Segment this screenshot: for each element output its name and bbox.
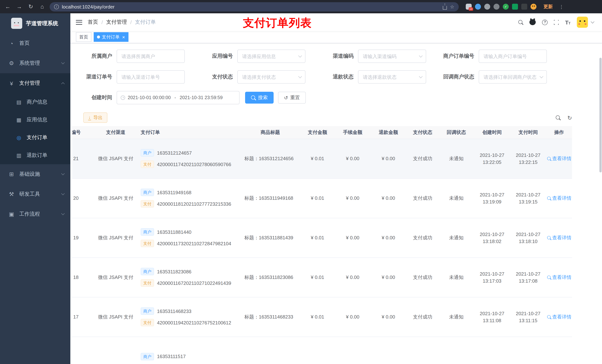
browser-menu-icon[interactable]: ⋮: [559, 4, 564, 10]
logo-avatar: [11, 18, 22, 29]
extension-puzzle-icon[interactable]: [521, 4, 527, 10]
filter-label: 退款状态: [321, 74, 358, 80]
extension-icon[interactable]: [494, 4, 499, 10]
extension-icon[interactable]: [484, 4, 490, 10]
notify-status-select[interactable]: [479, 70, 547, 83]
scrollbar-thumb[interactable]: [599, 58, 602, 172]
close-tab-icon[interactable]: ×: [122, 35, 125, 39]
col-title: 商品标题: [241, 126, 300, 139]
search-icon[interactable]: [518, 20, 523, 25]
pay-order-cell: 商户 1635311823086 支付 42000011672021102710…: [137, 258, 241, 297]
merchant-order-no-input[interactable]: [479, 50, 547, 63]
view-detail-label: 查看详情: [552, 195, 571, 201]
breadcrumb-home[interactable]: 首页: [88, 19, 98, 26]
channel-code-select[interactable]: [358, 50, 426, 63]
breadcrumb-pay[interactable]: 支付管理: [106, 19, 127, 26]
pay-date: 2021-10-27: [510, 151, 546, 158]
view-detail-label: 查看详情: [552, 274, 571, 280]
view-detail-link[interactable]: 查看详情: [546, 258, 572, 297]
extension-icon[interactable]: 10: [466, 4, 472, 10]
address-bar[interactable]: i localhost:1024/pay/order ☆: [50, 2, 459, 11]
sidebar-item-refund-order[interactable]: ▥ 退款订单: [0, 146, 70, 164]
filter-row-3: 创建时间 2021-10-01 00:00:00 - 2021-10-31 23…: [80, 91, 602, 104]
pay-submenu: ¥ 支付管理 ▤ 商户信息 ▦ 应用信息 ◎ 支付订单: [0, 73, 70, 164]
github-icon[interactable]: [530, 19, 536, 25]
sidebar-item-system[interactable]: ⚙ 系统管理: [0, 53, 70, 73]
view-detail-link[interactable]: 查看详情: [546, 218, 572, 258]
pay-time: 2021-10-27 13:22:15: [510, 139, 546, 178]
toggle-search-icon[interactable]: [556, 115, 561, 120]
refund-status-select[interactable]: [358, 70, 426, 83]
reset-button[interactable]: ↺ 重置: [278, 92, 306, 104]
chevron-down-icon: [61, 212, 64, 215]
date-end: 2021-10-31 23:59:59: [180, 95, 223, 100]
url-text[interactable]: localhost:1024/pay/order: [62, 4, 440, 10]
export-button[interactable]: ↓ 导出: [83, 113, 107, 123]
reload-icon[interactable]: ↻: [27, 0, 35, 13]
extension-icon[interactable]: ✓: [503, 4, 509, 10]
pay-clock: 13:11:15: [510, 317, 546, 324]
product-title: 标题：1635311468233: [241, 297, 300, 337]
channel-order-no-input[interactable]: [117, 70, 185, 83]
sidebar-item-pay-order[interactable]: ◎ 支付订单: [0, 129, 70, 146]
forward-icon[interactable]: →: [15, 0, 23, 13]
table-toolbar: ↓ 导出 ↻: [83, 113, 572, 123]
sidebar-item-merchant-info[interactable]: ▤ 商户信息: [0, 93, 70, 111]
monitor-icon: ⊞: [8, 171, 15, 177]
sidebar-item-infra[interactable]: ⊞ 基础设施: [0, 164, 70, 184]
site-info-icon[interactable]: i: [54, 4, 59, 9]
hamburger-icon[interactable]: [76, 22, 82, 22]
create-date: 2021-10-27: [474, 151, 510, 158]
pay-status-select[interactable]: [237, 70, 305, 83]
view-detail-link[interactable]: 查看详情: [546, 178, 572, 218]
refresh-icon[interactable]: ↻: [567, 115, 572, 120]
sidebar-item-pay[interactable]: ¥ 支付管理: [0, 73, 70, 93]
channel-order-line: 支付 4200001167202110271022491439: [141, 279, 241, 287]
scrollbar[interactable]: [599, 58, 602, 364]
search-button[interactable]: 搜索: [245, 92, 274, 104]
fee-amount: ¥ 0.00: [335, 218, 370, 258]
table-header-row: 编号 支付渠道 支付订单 商品标题 支付金额 手续金额 退款金额 支付状态 回调…: [72, 126, 572, 139]
sidebar-item-workflow[interactable]: ▣ 工作流程: [0, 204, 70, 224]
user-avatar[interactable]: [577, 17, 588, 28]
merchant-order-no: 1635311468233: [157, 308, 191, 314]
browser-update-button[interactable]: 更新: [544, 3, 553, 10]
sidebar-item-app-info[interactable]: ▦ 应用信息: [0, 111, 70, 129]
magnifier-icon: [547, 315, 550, 319]
sidebar-item-home[interactable]: ◔ 首页: [0, 33, 70, 53]
tab-pay-order[interactable]: 支付订单 ×: [94, 32, 128, 42]
extension-icon[interactable]: [475, 4, 481, 10]
app-no-select[interactable]: [237, 50, 305, 63]
fullscreen-icon[interactable]: [554, 20, 559, 25]
pay-clock: 13:22:15: [510, 158, 546, 166]
col-refund-amount: 退款金额: [370, 126, 407, 139]
dashboard-icon: ◔: [8, 40, 15, 46]
sidebar-item-devtools[interactable]: ⚒ 研发工具: [0, 184, 70, 204]
app-logo[interactable]: 芋道管理系统: [0, 13, 70, 33]
back-icon[interactable]: ←: [4, 0, 12, 13]
bookmark-star-icon[interactable]: ☆: [450, 4, 454, 10]
pay-date: 2021-10-27: [510, 191, 546, 198]
filter-notify-status: 回调商户状态: [442, 70, 547, 83]
date-start: 2021-10-01 00:00:00: [128, 95, 171, 100]
create-time-range-picker[interactable]: 2021-10-01 00:00:00 - 2021-10-31 23:59:5…: [117, 91, 239, 104]
help-icon[interactable]: ?: [542, 20, 548, 25]
yen-icon: ¥: [8, 80, 15, 86]
create-clock: 13:22:05: [474, 158, 510, 166]
tab-home[interactable]: 首页: [76, 32, 91, 42]
extension-icon[interactable]: [512, 4, 518, 10]
merchant-input[interactable]: [117, 50, 185, 63]
view-detail-link[interactable]: 查看详情: [546, 297, 572, 337]
home-icon[interactable]: ⌂: [38, 0, 46, 13]
share-icon[interactable]: [443, 6, 447, 10]
caret-down-icon[interactable]: [591, 20, 594, 23]
extension-badge: 10: [469, 7, 473, 11]
pay-status: 支付成功: [407, 218, 439, 258]
view-detail-link[interactable]: 查看详情: [546, 139, 572, 178]
channel-order-line: 支付 4200001194202110276752100612: [141, 319, 241, 326]
font-size-icon[interactable]: TT: [565, 20, 570, 25]
profile-avatar[interactable]: [531, 4, 537, 10]
create-date: 2021-10-27: [474, 310, 510, 317]
breadcrumb-current: 支付订单: [135, 19, 156, 26]
notify-status: 未通知: [439, 258, 474, 297]
